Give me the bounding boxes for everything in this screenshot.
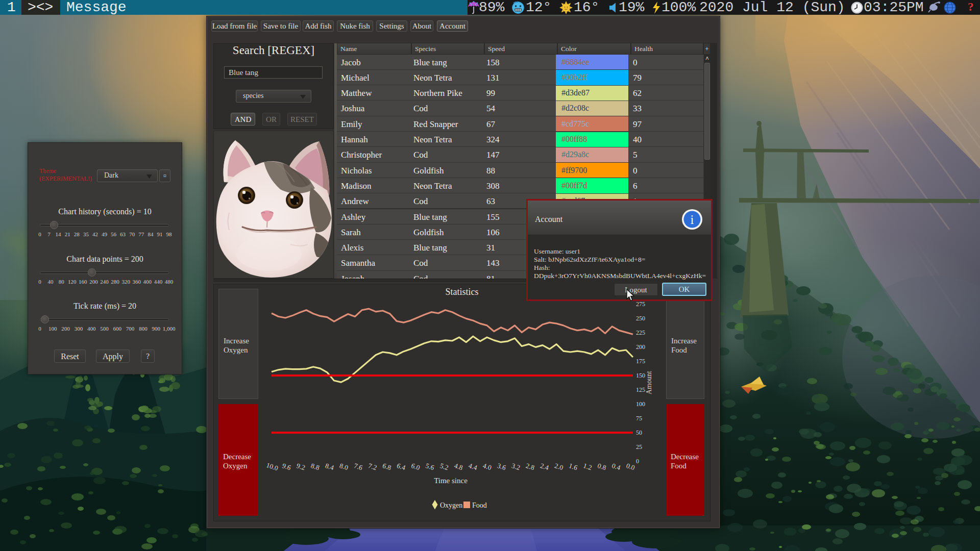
svg-text:i: i: [691, 213, 694, 227]
